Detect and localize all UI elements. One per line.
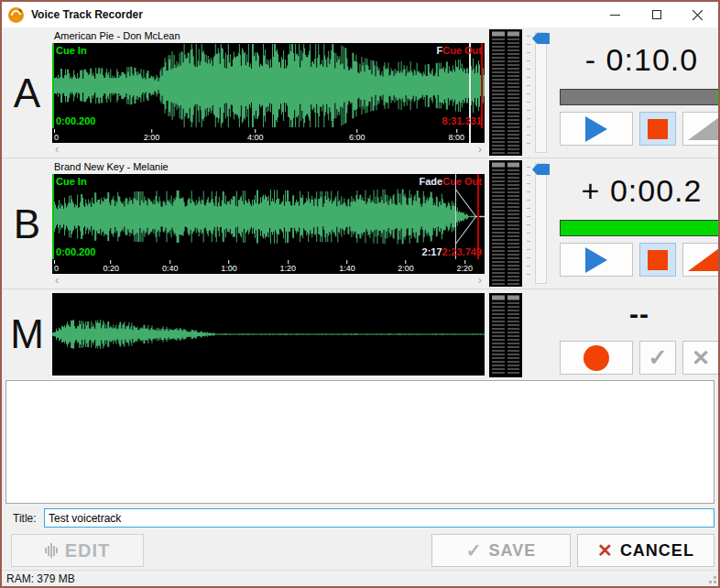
track-a-cue-out-label: Cue Out <box>442 45 482 56</box>
track-b-ruler[interactable]: 00:200:401:001:201:402:002:20 <box>52 259 485 274</box>
track-a-stop-button[interactable] <box>639 112 676 146</box>
minimize-button[interactable] <box>595 2 636 27</box>
track-b-fade-button[interactable] <box>682 243 720 277</box>
track-b-song-title: Brand New Key - Melanie <box>52 160 485 174</box>
save-button[interactable]: ✓ SAVE <box>431 534 571 567</box>
track-a-cue-in-marker <box>52 43 54 128</box>
track-b-waveform[interactable]: Cue In 0:00.200 FadeCue Out 2:172:23.749 <box>52 174 485 259</box>
ram-usage: RAM: 379 MB <box>6 572 75 585</box>
track-b-volume-slider[interactable] <box>527 162 552 285</box>
voice-track-recorder-window: Voice Track Recorder A American Pie - Do… <box>0 0 720 588</box>
track-a-waveform[interactable]: Cue In 0:00.200 FCue Out 8:31.331 <box>52 43 485 128</box>
track-a-progress-elapsed <box>561 90 717 104</box>
track-m-time-display: -- <box>560 299 719 330</box>
track-a-song-title: American Pie - Don McLean <box>52 29 485 43</box>
scroll-left-icon[interactable]: ‹ <box>55 144 59 155</box>
record-button[interactable] <box>560 341 633 375</box>
track-a-play-button[interactable] <box>560 112 633 146</box>
track-b-time-display: + 0:00.2 <box>560 173 720 209</box>
check-icon: ✓ <box>466 541 482 560</box>
record-icon <box>584 345 609 371</box>
stop-icon <box>648 119 668 139</box>
track-b-cue-out-time: 2:23.749 <box>442 246 482 257</box>
track-a-cue-out-time: 8:31.331 <box>442 115 482 126</box>
waveform-edit-icon <box>45 543 58 558</box>
scroll-left-icon[interactable]: ‹ <box>55 275 59 286</box>
cancel-button[interactable]: ✕ CANCEL <box>577 534 715 567</box>
fade-icon <box>688 117 719 140</box>
status-bar: RAM: 379 MB <box>2 570 718 586</box>
track-a-label: A <box>2 29 52 158</box>
edit-button[interactable]: EDIT <box>11 534 144 567</box>
accept-recording-button[interactable]: ✓ <box>639 341 676 375</box>
titlebar: Voice Track Recorder <box>2 2 718 27</box>
track-m-waveform[interactable] <box>52 293 485 376</box>
track-b-fade-time: 2:17 <box>422 246 442 257</box>
check-icon: ✓ <box>649 346 668 369</box>
track-a-waveform-svg <box>52 43 485 128</box>
track-b-cue-in-label: Cue In <box>56 176 87 187</box>
maximize-button[interactable] <box>636 2 677 27</box>
track-b-stop-button[interactable] <box>639 243 676 277</box>
track-m-waveform-svg <box>52 293 485 376</box>
track-a-ruler[interactable]: 02:004:006:008:00 <box>52 128 485 143</box>
app-icon <box>8 7 24 23</box>
window-title: Voice Track Recorder <box>31 8 595 21</box>
track-a-cue-in-time: 0:00.200 <box>56 115 95 126</box>
slider-ticks <box>527 167 530 280</box>
track-m-label: M <box>2 291 52 377</box>
track-a-progress-bar <box>560 89 720 105</box>
slider-groove[interactable] <box>535 163 547 284</box>
stop-icon <box>648 250 668 270</box>
title-label: Title: <box>13 512 44 525</box>
slider-groove[interactable] <box>535 32 547 153</box>
resize-grip[interactable] <box>714 581 716 583</box>
track-a-vu-meter <box>489 29 522 156</box>
close-button[interactable] <box>677 2 718 27</box>
track-b-cue-out-label: Cue Out <box>442 176 482 187</box>
track-b-scrollbar[interactable]: ‹ › <box>52 274 485 287</box>
track-b-label: B <box>2 160 52 289</box>
slider-ticks <box>527 36 530 149</box>
track-a-fade-button[interactable] <box>682 112 720 146</box>
notes-textarea[interactable] <box>5 380 715 504</box>
x-icon: ✕ <box>692 347 710 369</box>
title-input[interactable] <box>44 508 715 528</box>
track-b-fade-label: Fade <box>420 176 443 187</box>
fade-icon <box>688 248 719 271</box>
track-a: A American Pie - Don McLean Cue In 0:00.… <box>2 27 718 158</box>
track-b: B Brand New Key - Melanie Cue In 0:00.20… <box>2 158 718 289</box>
track-a-scrollbar[interactable]: ‹ › <box>52 143 485 156</box>
track-b-progress-bar <box>560 220 720 236</box>
track-b-vu-meter <box>489 160 522 287</box>
x-icon: ✕ <box>597 541 613 560</box>
discard-recording-button[interactable]: ✕ <box>682 341 719 375</box>
track-m-vu-meter <box>489 293 522 377</box>
play-icon <box>585 247 607 273</box>
track-b-cue-in-time: 0:00.200 <box>56 246 95 257</box>
track-a-volume-slider[interactable] <box>527 31 552 154</box>
track-a-cue-in-label: Cue In <box>56 45 87 56</box>
scroll-right-icon[interactable]: › <box>478 275 482 286</box>
track-b-play-button[interactable] <box>560 243 633 277</box>
play-icon <box>585 116 607 142</box>
track-a-time-display: - 0:10.0 <box>560 42 720 78</box>
scroll-right-icon[interactable]: › <box>478 144 482 155</box>
track-m: M -- ✓ ✕ <box>2 289 718 377</box>
